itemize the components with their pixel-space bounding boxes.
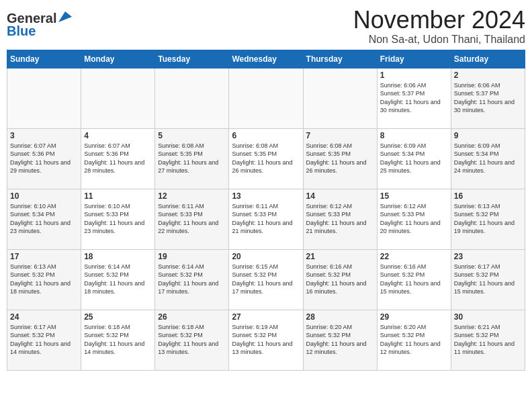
calendar-table: SundayMondayTuesdayWednesdayThursdayFrid… (7, 50, 525, 371)
calendar-cell (155, 68, 229, 128)
day-info: Sunrise: 6:07 AM Sunset: 5:36 PM Dayligh… (84, 142, 144, 175)
calendar-cell: 4Sunrise: 6:07 AM Sunset: 5:36 PM Daylig… (81, 128, 155, 189)
day-number: 15 (380, 191, 448, 201)
calendar-cell: 17Sunrise: 6:13 AM Sunset: 5:32 PM Dayli… (7, 249, 81, 310)
calendar-cell: 9Sunrise: 6:09 AM Sunset: 5:34 PM Daylig… (451, 128, 525, 189)
day-number: 23 (454, 252, 522, 261)
day-info: Sunrise: 6:13 AM Sunset: 5:32 PM Dayligh… (10, 263, 71, 295)
calendar-cell: 22Sunrise: 6:16 AM Sunset: 5:32 PM Dayli… (377, 249, 451, 310)
logo: General Blue (7, 11, 72, 39)
day-info: Sunrise: 6:20 AM Sunset: 5:32 PM Dayligh… (380, 324, 441, 356)
day-number: 12 (158, 191, 226, 201)
day-number: 9 (454, 131, 522, 140)
day-number: 30 (454, 312, 522, 322)
day-number: 14 (306, 191, 374, 201)
calendar-cell (7, 68, 81, 128)
day-number: 21 (306, 252, 374, 261)
day-number: 25 (84, 312, 152, 322)
day-info: Sunrise: 6:16 AM Sunset: 5:32 PM Dayligh… (380, 263, 441, 295)
day-info: Sunrise: 6:10 AM Sunset: 5:34 PM Dayligh… (10, 203, 71, 235)
day-info: Sunrise: 6:09 AM Sunset: 5:34 PM Dayligh… (454, 142, 515, 175)
day-info: Sunrise: 6:14 AM Sunset: 5:32 PM Dayligh… (158, 263, 218, 295)
calendar-cell: 27Sunrise: 6:19 AM Sunset: 5:32 PM Dayli… (229, 310, 303, 370)
day-info: Sunrise: 6:11 AM Sunset: 5:33 PM Dayligh… (158, 203, 218, 235)
day-info: Sunrise: 6:06 AM Sunset: 5:37 PM Dayligh… (454, 82, 515, 114)
column-header-monday: Monday (81, 50, 155, 68)
day-info: Sunrise: 6:08 AM Sunset: 5:35 PM Dayligh… (306, 142, 367, 175)
calendar-cell: 30Sunrise: 6:21 AM Sunset: 5:32 PM Dayli… (451, 310, 525, 370)
logo-icon (57, 11, 72, 24)
column-header-thursday: Thursday (303, 50, 377, 68)
calendar-cell: 19Sunrise: 6:14 AM Sunset: 5:32 PM Dayli… (155, 249, 229, 310)
column-header-tuesday: Tuesday (155, 50, 229, 68)
day-info: Sunrise: 6:06 AM Sunset: 5:37 PM Dayligh… (380, 82, 441, 114)
day-number: 4 (84, 131, 152, 140)
calendar-cell: 8Sunrise: 6:09 AM Sunset: 5:34 PM Daylig… (377, 128, 451, 189)
day-info: Sunrise: 6:19 AM Sunset: 5:32 PM Dayligh… (232, 324, 292, 356)
day-info: Sunrise: 6:16 AM Sunset: 5:32 PM Dayligh… (306, 263, 367, 295)
day-number: 24 (10, 312, 78, 322)
day-info: Sunrise: 6:10 AM Sunset: 5:33 PM Dayligh… (84, 203, 144, 235)
day-info: Sunrise: 6:17 AM Sunset: 5:32 PM Dayligh… (10, 324, 71, 356)
day-info: Sunrise: 6:12 AM Sunset: 5:33 PM Dayligh… (306, 203, 367, 235)
calendar-cell: 12Sunrise: 6:11 AM Sunset: 5:33 PM Dayli… (155, 189, 229, 249)
day-number: 29 (380, 312, 448, 322)
day-info: Sunrise: 6:17 AM Sunset: 5:32 PM Dayligh… (454, 263, 515, 295)
calendar-cell: 1Sunrise: 6:06 AM Sunset: 5:37 PM Daylig… (377, 68, 451, 128)
day-number: 18 (84, 252, 152, 261)
calendar-cell (81, 68, 155, 128)
calendar-week-row: 17Sunrise: 6:13 AM Sunset: 5:32 PM Dayli… (7, 249, 525, 310)
calendar-cell: 20Sunrise: 6:15 AM Sunset: 5:32 PM Dayli… (229, 249, 303, 310)
calendar-cell (303, 68, 377, 128)
column-header-sunday: Sunday (7, 50, 81, 68)
day-info: Sunrise: 6:07 AM Sunset: 5:36 PM Dayligh… (10, 142, 71, 175)
day-number: 28 (306, 312, 374, 322)
column-header-wednesday: Wednesday (229, 50, 303, 68)
day-number: 5 (158, 131, 226, 140)
day-number: 6 (232, 131, 300, 140)
day-number: 2 (454, 71, 522, 80)
day-number: 26 (158, 312, 226, 322)
calendar-cell: 24Sunrise: 6:17 AM Sunset: 5:32 PM Dayli… (7, 310, 81, 370)
calendar-cell: 21Sunrise: 6:16 AM Sunset: 5:32 PM Dayli… (303, 249, 377, 310)
logo-blue: Blue (7, 24, 36, 39)
page-header: General Blue November 2024 Non Sa-at, Ud… (7, 7, 525, 46)
location-title: Non Sa-at, Udon Thani, Thailand (353, 34, 525, 46)
calendar-week-row: 10Sunrise: 6:10 AM Sunset: 5:34 PM Dayli… (7, 189, 525, 249)
calendar-header-row: SundayMondayTuesdayWednesdayThursdayFrid… (7, 50, 525, 68)
day-number: 20 (232, 252, 300, 261)
calendar-cell: 28Sunrise: 6:20 AM Sunset: 5:32 PM Dayli… (303, 310, 377, 370)
day-info: Sunrise: 6:18 AM Sunset: 5:32 PM Dayligh… (84, 324, 144, 356)
calendar-cell: 14Sunrise: 6:12 AM Sunset: 5:33 PM Dayli… (303, 189, 377, 249)
calendar-cell: 13Sunrise: 6:11 AM Sunset: 5:33 PM Dayli… (229, 189, 303, 249)
calendar-cell: 7Sunrise: 6:08 AM Sunset: 5:35 PM Daylig… (303, 128, 377, 189)
title-section: November 2024 Non Sa-at, Udon Thani, Tha… (353, 7, 525, 46)
day-info: Sunrise: 6:14 AM Sunset: 5:32 PM Dayligh… (84, 263, 144, 295)
calendar-week-row: 1Sunrise: 6:06 AM Sunset: 5:37 PM Daylig… (7, 68, 525, 128)
day-info: Sunrise: 6:21 AM Sunset: 5:32 PM Dayligh… (454, 324, 515, 356)
day-number: 11 (84, 191, 152, 201)
calendar-cell: 16Sunrise: 6:13 AM Sunset: 5:32 PM Dayli… (451, 189, 525, 249)
calendar-cell: 15Sunrise: 6:12 AM Sunset: 5:33 PM Dayli… (377, 189, 451, 249)
day-info: Sunrise: 6:08 AM Sunset: 5:35 PM Dayligh… (158, 142, 218, 175)
day-number: 3 (10, 131, 78, 140)
day-number: 19 (158, 252, 226, 261)
calendar-week-row: 3Sunrise: 6:07 AM Sunset: 5:36 PM Daylig… (7, 128, 525, 189)
day-number: 27 (232, 312, 300, 322)
calendar-cell: 29Sunrise: 6:20 AM Sunset: 5:32 PM Dayli… (377, 310, 451, 370)
day-info: Sunrise: 6:18 AM Sunset: 5:32 PM Dayligh… (158, 324, 218, 356)
month-title: November 2024 (353, 7, 525, 34)
day-info: Sunrise: 6:12 AM Sunset: 5:33 PM Dayligh… (380, 203, 441, 235)
day-number: 13 (232, 191, 300, 201)
svg-marker-0 (58, 11, 72, 22)
day-info: Sunrise: 6:09 AM Sunset: 5:34 PM Dayligh… (380, 142, 441, 175)
calendar-week-row: 24Sunrise: 6:17 AM Sunset: 5:32 PM Dayli… (7, 310, 525, 370)
calendar-cell: 18Sunrise: 6:14 AM Sunset: 5:32 PM Dayli… (81, 249, 155, 310)
calendar-cell (229, 68, 303, 128)
calendar-cell: 2Sunrise: 6:06 AM Sunset: 5:37 PM Daylig… (451, 68, 525, 128)
day-number: 1 (380, 71, 448, 80)
day-number: 22 (380, 252, 448, 261)
calendar-cell: 11Sunrise: 6:10 AM Sunset: 5:33 PM Dayli… (81, 189, 155, 249)
calendar-cell: 3Sunrise: 6:07 AM Sunset: 5:36 PM Daylig… (7, 128, 81, 189)
day-number: 16 (454, 191, 522, 201)
